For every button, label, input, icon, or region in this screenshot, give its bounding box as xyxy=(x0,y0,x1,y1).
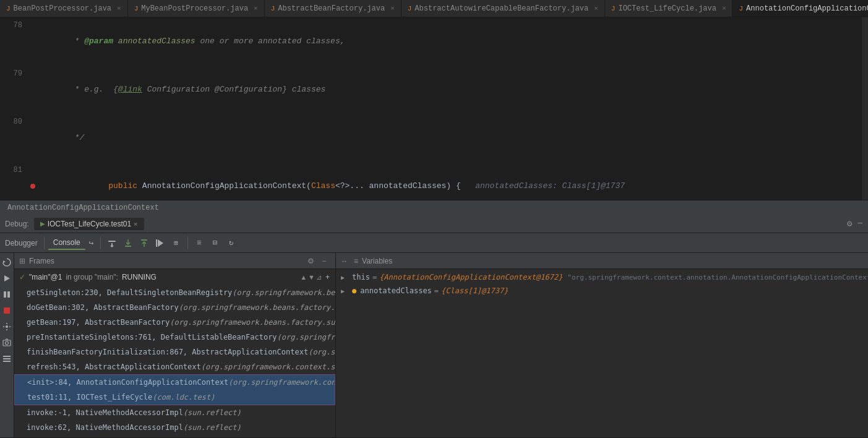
tab-close-3[interactable]: × xyxy=(390,5,395,12)
svg-point-13 xyxy=(6,341,9,345)
settings-icon[interactable]: ⚙ xyxy=(847,218,852,229)
tab-close-4[interactable]: × xyxy=(594,5,598,12)
step-into-btn[interactable] xyxy=(121,236,135,251)
svg-rect-14 xyxy=(3,356,11,357)
tab-close-1[interactable]: × xyxy=(117,5,121,12)
svg-marker-6 xyxy=(3,260,6,263)
code-scrollbar[interactable] xyxy=(862,17,868,200)
evaluate-btn[interactable]: ⊞ xyxy=(169,236,184,251)
frame-getsingleton[interactable]: getSingleton:230, DefaultSingletonBeanRe… xyxy=(14,285,335,300)
debug-session-tab[interactable]: ▶ IOCTest_LifeCycle.test01 × xyxy=(34,218,144,230)
toolbar-sep-2 xyxy=(100,237,101,249)
frames-settings-btn[interactable]: ⚙ xyxy=(304,255,317,267)
thread-up-btn[interactable]: ▲ xyxy=(300,273,307,281)
tab-beanpostprocessor[interactable]: J BeanPostProcessor.java × xyxy=(0,0,128,17)
thread-down-btn[interactable]: ▼ xyxy=(308,273,315,281)
debug-session-name: IOCTest_LifeCycle.test01 xyxy=(48,220,131,228)
frames-list: getSingleton:230, DefaultSingletonBeanRe… xyxy=(14,285,335,437)
var-annotatedclasses[interactable]: ▶ ● annotatedClasses = {Class[1]@1737} xyxy=(336,284,868,298)
tab-bar: J BeanPostProcessor.java × J MyBeanPostP… xyxy=(0,0,868,17)
frame-preinstantiate[interactable]: preInstantiateSingletons:761, DefaultLis… xyxy=(14,330,335,345)
breakpoint-81[interactable] xyxy=(30,162,36,200)
svg-rect-16 xyxy=(3,361,11,362)
tab-close-5[interactable]: × xyxy=(722,5,726,12)
java-icon-1: J xyxy=(6,5,11,12)
minimize-icon[interactable]: − xyxy=(857,218,863,230)
console-tab[interactable]: Console xyxy=(48,236,85,250)
svg-rect-15 xyxy=(3,358,11,359)
java-icon-5: J xyxy=(611,5,616,12)
frames-highlighted-group: <init>:84, AnnotationConfigApplicationCo… xyxy=(14,374,335,405)
frame-refresh[interactable]: refresh:543, AbstractApplicationContext … xyxy=(14,359,335,374)
frames-title: Frames xyxy=(29,257,54,265)
thread-group: in group "main": xyxy=(66,273,118,281)
svg-marker-4 xyxy=(158,239,163,247)
step-out-btn[interactable] xyxy=(137,236,152,251)
frames-panel: ⊞ Frames ⚙ − ✓ "main"@1 in group "main":… xyxy=(14,253,336,437)
thread-selector[interactable]: ✓ "main"@1 in group "main": RUNNING ▲ ▼ … xyxy=(14,269,335,285)
frame-invoke-native[interactable]: invoke:-1, NativeMethodAccessorImpl (sun… xyxy=(14,405,335,420)
debug-camera-icon[interactable] xyxy=(0,336,14,350)
variables-panel-header: ↔ ≡ Variables ⊟ − xyxy=(336,253,868,269)
play-icon: ▶ xyxy=(40,220,45,227)
toolbar-sep-1 xyxy=(44,237,45,249)
frames-collapse-btn[interactable]: − xyxy=(318,255,330,267)
svg-rect-9 xyxy=(7,291,10,298)
code-content-80: */ xyxy=(36,114,868,162)
frames-btn[interactable]: ≡ xyxy=(192,236,207,251)
add-icon[interactable]: + xyxy=(325,273,330,281)
tab-close-2[interactable]: × xyxy=(254,5,258,12)
frame-invoke-62[interactable]: invoke:62, NativeMethodAccessorImpl (sun… xyxy=(14,420,335,435)
debug-content-area: ⊞ Frames ⚙ − ✓ "main"@1 in group "main":… xyxy=(0,253,868,437)
tab-label-5: IOCTest_LifeCycle.java xyxy=(618,4,716,13)
tab-abstractbeanfactory[interactable]: J AbstractBeanFactory.java × xyxy=(265,0,402,17)
code-line-78: 78 * @param annotatedClasses one or more… xyxy=(0,17,868,66)
frames-controls: ⚙ − xyxy=(304,255,330,267)
run-to-cursor-btn[interactable] xyxy=(153,236,168,251)
debugger-tab[interactable]: Debugger xyxy=(5,239,38,247)
tab-ioctest[interactable]: J IOCTest_LifeCycle.java × xyxy=(605,0,733,17)
frame-invoke-43[interactable]: invoke:43, DelegatingMethodAccessorImpl … xyxy=(14,435,335,437)
svg-rect-10 xyxy=(4,307,10,314)
thread-filter-btn[interactable]: ⊿ xyxy=(316,273,322,281)
debug-list-icon[interactable] xyxy=(0,352,14,366)
frame-dogetbean[interactable]: doGetBean:302, AbstractBeanFactory (org.… xyxy=(14,300,335,315)
refresh-btn[interactable]: ↻ xyxy=(224,236,239,251)
thread-name: "main"@1 xyxy=(29,273,62,281)
forward-arrow-icon[interactable]: ↪ xyxy=(87,238,97,248)
tab-annotationconfig[interactable]: J AnnotationConfigApplicationContext.jav… xyxy=(733,0,868,17)
debug-settings-icon[interactable] xyxy=(0,320,14,333)
tab-mybeanpostprocessor[interactable]: J MyBeanPostProcessor.java × xyxy=(128,0,265,17)
var-this[interactable]: ▶ this = {AnnotationConfigApplicationCon… xyxy=(336,270,868,284)
debug-session-close[interactable]: × xyxy=(134,220,137,228)
debug-restart-icon[interactable] xyxy=(0,256,14,269)
frame-test01[interactable]: test01:11, IOCTest_LifeCycle (com.ldc.te… xyxy=(15,390,335,405)
expand-annotatedclasses-icon[interactable]: ▶ xyxy=(341,288,350,294)
debug-panel: Debug: ▶ IOCTest_LifeCycle.test01 × ⚙ − … xyxy=(0,215,868,437)
debug-stop-icon[interactable] xyxy=(0,304,14,317)
debug-resume-icon[interactable] xyxy=(0,272,14,285)
tab-abstractautowire[interactable]: J AbstractAutowireCapableBeanFactory.jav… xyxy=(402,0,605,17)
frame-init[interactable]: <init>:84, AnnotationConfigApplicationCo… xyxy=(15,375,335,390)
expand-icon[interactable]: ↔ xyxy=(341,257,348,265)
layout-btn[interactable]: ⊟ xyxy=(208,236,223,251)
frame-getbean[interactable]: getBean:197, AbstractBeanFactory (org.sp… xyxy=(14,315,335,330)
breakpoint-79 xyxy=(30,66,36,114)
code-editor: 78 * @param annotatedClasses one or more… xyxy=(0,17,868,200)
svg-rect-3 xyxy=(141,239,147,241)
thread-status: RUNNING xyxy=(122,273,157,281)
svg-rect-12 xyxy=(3,340,11,346)
frame-finishbeanfactory[interactable]: finishBeanFactoryInitialization:867, Abs… xyxy=(14,345,335,359)
code-content-81: public AnnotationConfigApplicationContex… xyxy=(36,162,868,200)
debug-pause-icon[interactable] xyxy=(0,288,14,301)
line-number-78: 78 xyxy=(0,17,30,66)
expand-this-icon[interactable]: ▶ xyxy=(341,274,350,281)
line-number-81: 81 xyxy=(0,162,30,200)
step-over-btn[interactable] xyxy=(105,236,119,251)
code-content-78: * @param annotatedClasses one or more an… xyxy=(36,17,868,66)
svg-rect-0 xyxy=(108,241,116,242)
left-icon-panel xyxy=(0,253,14,437)
java-icon-2: J xyxy=(134,5,139,12)
debug-label: Debug: xyxy=(5,220,29,228)
tab-label-1: BeanPostProcessor.java xyxy=(14,4,111,13)
